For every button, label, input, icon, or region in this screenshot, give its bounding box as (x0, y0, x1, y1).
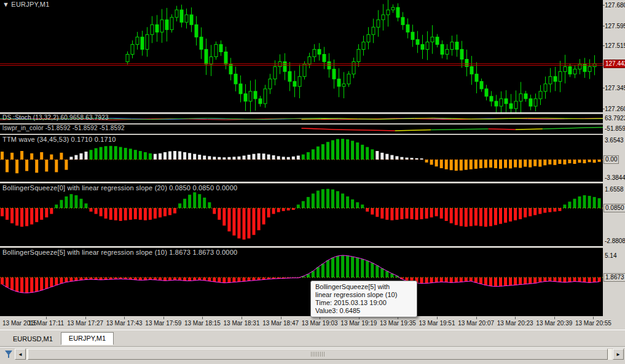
panel-splitter[interactable] (0, 246, 603, 248)
bollinger-squeeze-0-histogram (0, 184, 603, 246)
scroll-right-button[interactable]: ► (613, 349, 624, 360)
axis-tick (603, 88, 605, 88)
scrollbar-track[interactable] (26, 349, 612, 360)
time-axis-label: 13 Mar 18:15 (184, 320, 221, 327)
panel-splitter[interactable] (0, 182, 603, 184)
stoch-panel[interactable]: DS :Stoch (13,32,2) 60.9658 63.7923 (0, 114, 603, 123)
tooltip-value: Value3: 0.6485 (315, 307, 412, 315)
bollinger-squeeze-5-label: BollingerSqueeze[5] with linear regressi… (2, 249, 237, 256)
time-tick (476, 317, 477, 319)
time-tick (242, 317, 242, 319)
bs5-current-value-box: 1.8673 (603, 273, 625, 282)
ttm-axis-bottom: -3.3844 (605, 174, 625, 181)
price-axis-label: 127.260 (605, 106, 625, 112)
time-tick (437, 317, 438, 319)
mt4-window: ▼ EURJPY,M1 DS :Stoch (13,32,2) 60.9658 … (0, 0, 625, 364)
chart-symbol-label: ▼ EURJPY,M1 (2, 1, 49, 8)
tooltip-indicator-name2: linear regression slope (10) (315, 291, 412, 299)
lswpr-panel[interactable]: lswpr_in_color -51.8592 -51.8592 -51.859… (0, 125, 603, 134)
stoch-axis-value: 63.7923 (605, 115, 625, 122)
candlestick-chart (0, 0, 603, 112)
tab-eurjpy-m1[interactable]: EURJPY,M1 (61, 332, 114, 345)
bs0-axis-top: 1.6558 (605, 186, 624, 193)
axis-tick (603, 5, 605, 6)
time-axis-label: 13 Mar 19:19 (340, 320, 377, 327)
time-axis-label: 13 Mar 17:11 (28, 320, 64, 327)
time-axis-label: 13 Mar 19:35 (380, 320, 416, 327)
chart-dropdown-icon[interactable]: ▼ (2, 1, 9, 8)
time-tick (593, 317, 594, 319)
price-axis-label: 127.515 (605, 42, 625, 49)
stoch-label: DS :Stoch (13,32,2) 60.9658 63.7923 (2, 114, 109, 121)
ttm-wave-label: TTM wave (34,45,53) 0.1710 0.1710 (2, 136, 116, 143)
current-price-box: 127.442 (603, 60, 625, 68)
time-tick (46, 317, 47, 319)
bollinger-squeeze-5-histogram (0, 248, 603, 316)
time-axis-label: 13 Mar 20:55 (575, 320, 611, 327)
chart-tab-bar: EURUSD,M1 EURJPY,M1 (0, 330, 625, 346)
lswpr-axis-value: -51.8592 (605, 125, 625, 132)
tab-eurusd-m1[interactable]: EURUSD,M1 (5, 333, 61, 345)
time-tick (281, 317, 281, 319)
bs0-current-value-box: 0.0850 (603, 204, 625, 212)
time-tick (85, 317, 86, 319)
symbol-text: EURJPY,M1 (11, 1, 49, 8)
left-arrow-icon: ◄ (18, 352, 23, 357)
right-arrow-icon: ► (616, 352, 621, 357)
main-chart-panel[interactable]: ▼ EURJPY,M1 (0, 0, 603, 112)
time-axis-label: 13 Mar 19:51 (419, 320, 455, 327)
panel-splitter[interactable] (0, 134, 603, 135)
statusbar-divider (0, 346, 625, 347)
time-tick (554, 317, 555, 319)
price-axis: 127.680127.595127.515127.435127.345127.2… (603, 0, 625, 316)
scroll-left-button[interactable]: ◄ (15, 349, 26, 360)
time-tick (202, 317, 203, 319)
price-axis-label: 127.595 (605, 23, 625, 29)
ttm-wave-panel[interactable]: TTM wave (34,45,53) 0.1710 0.1710 (0, 135, 603, 182)
bollinger-squeeze-0-panel[interactable]: BollingerSqueeze[0] with linear regressi… (0, 184, 603, 246)
tooltip-time: Time: 2015.03.13 19:00 (315, 299, 412, 307)
time-axis-label: 13 Mar 17:27 (67, 320, 103, 327)
time-axis: 13 Mar 201513 Mar 17:1113 Mar 17:2713 Ma… (0, 316, 625, 330)
time-axis-label: 13 Mar 17:43 (106, 320, 143, 327)
time-axis-label: 13 Mar 17:59 (145, 320, 181, 327)
scrollbar-thumb[interactable] (28, 349, 608, 360)
axis-tick (603, 109, 605, 109)
indicator-tooltip: BollingerSqueeze[5] with linear regressi… (310, 281, 417, 317)
time-tick (124, 317, 125, 319)
scrollbar-grip-icon (311, 352, 324, 357)
ttm-axis-zero-box: 0.00 (603, 155, 619, 164)
connection-status-icon (4, 350, 13, 358)
time-tick (163, 317, 164, 319)
time-axis-label: 13 Mar 20:23 (497, 320, 533, 327)
time-axis-label: 13 Mar 18:47 (262, 320, 299, 327)
time-axis-label: 13 Mar 20:39 (536, 320, 572, 327)
ttm-axis-top: 3.6543 (605, 137, 624, 144)
price-axis-label: 127.345 (605, 85, 625, 91)
time-axis-label: 13 Mar 20:07 (458, 320, 494, 327)
bollinger-squeeze-5-panel[interactable]: BollingerSqueeze[5] with linear regressi… (0, 248, 603, 316)
axis-tick (603, 45, 605, 46)
time-tick (515, 317, 516, 319)
tooltip-indicator-name: BollingerSqueeze[5] with (315, 283, 412, 291)
bollinger-squeeze-0-label: BollingerSqueeze[0] with linear regressi… (2, 184, 237, 192)
axis-tick (603, 26, 605, 26)
funnel-stem (8, 355, 9, 358)
bs5-axis-top: 5.14 (605, 252, 616, 259)
price-axis-label: 127.680 (605, 2, 625, 9)
time-axis-label: 13 Mar 19:03 (302, 320, 338, 327)
time-axis-label: 13 Mar 18:31 (224, 320, 260, 327)
bs0-axis-bottom: -2.8808 (605, 238, 625, 244)
lswpr-label: lswpr_in_color -51.8592 -51.8592 -51.859… (2, 125, 125, 131)
